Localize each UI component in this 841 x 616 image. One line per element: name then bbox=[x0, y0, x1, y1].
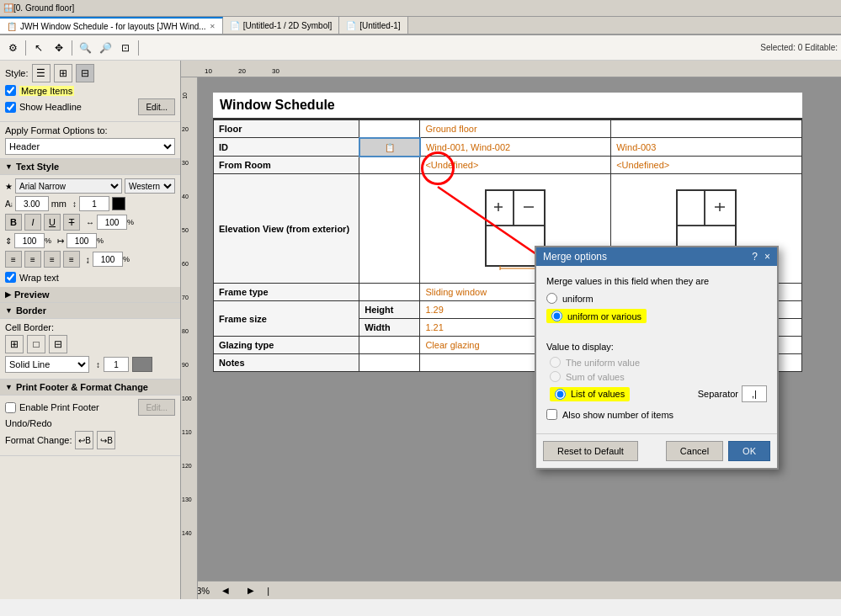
settings-btn[interactable]: ⚙ bbox=[3, 39, 22, 57]
schedule-title: Window Schedule bbox=[213, 93, 802, 119]
style-section: Style: ☰ ⊞ ⊟ Merge Items Show Headline E… bbox=[0, 61, 180, 122]
line-height-input[interactable] bbox=[79, 196, 109, 211]
indent-input[interactable] bbox=[67, 233, 97, 248]
line-weight-input[interactable] bbox=[104, 357, 129, 372]
border-header[interactable]: ▼ Border bbox=[0, 303, 180, 319]
size-row: Aᵢ mm ↕ bbox=[0, 196, 180, 211]
spacing-row2: ⇕ % ↦ % bbox=[0, 233, 180, 248]
wrap-text-label: Wrap text bbox=[19, 273, 59, 283]
font-size-input[interactable] bbox=[15, 196, 49, 211]
line-style-select[interactable]: Solid Line bbox=[5, 356, 89, 373]
tab-label-2: [Untitled-1 / 2D Symbol] bbox=[243, 21, 333, 30]
tab-jwh-schedule[interactable]: 📋 JWH Window Schedule - for layouts [JWH… bbox=[0, 17, 223, 34]
apply-format-select[interactable]: Header bbox=[5, 138, 175, 155]
wrap-text-checkbox[interactable] bbox=[5, 272, 16, 283]
floor-val2 bbox=[611, 120, 802, 138]
grid-view-btn[interactable]: ⊞ bbox=[54, 64, 72, 82]
modal-question-btn[interactable]: ? bbox=[752, 251, 758, 263]
tab-untitled-2d[interactable]: 📄 [Untitled-1 / 2D Symbol] bbox=[223, 17, 340, 34]
status-bar: 143% ◀ ▶ | bbox=[181, 581, 841, 599]
text-style-header[interactable]: ▼ Text Style bbox=[0, 159, 180, 175]
line-style-row: Solid Line ↕ bbox=[5, 356, 175, 373]
frame-size-label: Frame size bbox=[214, 301, 359, 337]
font-script-select[interactable]: Western bbox=[125, 178, 175, 194]
ruler-v-60: 60 bbox=[182, 261, 189, 267]
uniform-radio[interactable] bbox=[546, 293, 557, 304]
apply-format-section: Apply Format Options to: Header bbox=[0, 122, 180, 159]
zoom-prev-btn[interactable]: ◀ bbox=[216, 581, 235, 600]
show-headline-checkbox[interactable] bbox=[5, 102, 16, 113]
content-area: 10 20 30 10 20 30 40 50 60 70 80 90 100 … bbox=[181, 61, 841, 599]
border-inner-btn[interactable]: ⊟ bbox=[49, 335, 67, 353]
tab-untitled-1[interactable]: 📄 [Untitled-1] bbox=[339, 17, 407, 34]
ruler-v-100: 100 bbox=[182, 396, 192, 401]
tab-bar: 📋 JWH Window Schedule - for layouts [JWH… bbox=[0, 17, 841, 35]
redo-btn[interactable]: ↪B bbox=[97, 431, 115, 449]
percent-4: % bbox=[123, 255, 130, 263]
vert-spacing-input[interactable] bbox=[93, 252, 123, 267]
word-spacing-input[interactable] bbox=[14, 233, 45, 248]
strikethrough-btn[interactable]: T bbox=[63, 214, 80, 231]
modal-footer: Reset to Default Cancel OK bbox=[536, 433, 777, 468]
also-show-checkbox[interactable] bbox=[546, 409, 557, 420]
zoom-out-btn[interactable]: 🔎 bbox=[96, 39, 114, 57]
zoom-next-btn[interactable]: ▶ bbox=[242, 581, 260, 600]
edit-footer-btn[interactable]: Edit... bbox=[138, 399, 175, 416]
preview-arrow: ▶ bbox=[5, 290, 11, 299]
preview-header[interactable]: ▶ Preview bbox=[0, 287, 180, 303]
toolbar-sep-1 bbox=[25, 40, 26, 56]
align-justify-btn[interactable]: ≡ bbox=[63, 251, 80, 268]
cell-border-label-row: Cell Border: bbox=[5, 322, 175, 332]
uniform-value-radio[interactable] bbox=[550, 357, 561, 368]
align-left-btn[interactable]: ≡ bbox=[5, 251, 22, 268]
undo-btn[interactable]: ↩B bbox=[75, 431, 93, 449]
modal-body: Merge values in this field when they are… bbox=[536, 266, 777, 430]
ruler-mark-20: 20 bbox=[238, 67, 246, 75]
cancel-btn[interactable]: Cancel bbox=[666, 441, 723, 461]
merge-items-row: Merge Items bbox=[5, 85, 175, 96]
ok-btn[interactable]: OK bbox=[728, 441, 770, 461]
border-all-btn[interactable]: ⊞ bbox=[5, 335, 24, 353]
separator-input[interactable] bbox=[742, 385, 767, 402]
char-spacing-input[interactable] bbox=[97, 215, 127, 230]
zoom-in-btn[interactable]: 🔍 bbox=[76, 39, 94, 57]
align-center-btn[interactable]: ≡ bbox=[24, 251, 41, 268]
merge-items-checkbox[interactable] bbox=[5, 85, 16, 96]
align-right-btn[interactable]: ≡ bbox=[44, 251, 61, 268]
enable-print-checkbox[interactable] bbox=[5, 402, 16, 413]
wrap-text-row: Wrap text bbox=[0, 270, 180, 284]
text-color-swatch[interactable] bbox=[112, 197, 125, 210]
tab-close-0[interactable]: ✕ bbox=[210, 23, 216, 30]
uniform-various-radio[interactable] bbox=[551, 311, 562, 321]
print-footer-header[interactable]: ▼ Print Footer & Format Change bbox=[0, 380, 180, 396]
id-val2: Wind-003 bbox=[611, 138, 802, 157]
id-icon-cell[interactable]: 📋 bbox=[359, 138, 420, 157]
edit-headline-btn[interactable]: Edit... bbox=[138, 98, 175, 115]
italic-btn[interactable]: I bbox=[24, 214, 41, 231]
underline-btn[interactable]: U bbox=[44, 214, 61, 231]
glazing-label: Glazing type bbox=[214, 337, 359, 354]
border-label: Border bbox=[16, 305, 46, 316]
table-row: From Room <Undefined> <Undefined> bbox=[214, 157, 802, 174]
list-radio[interactable] bbox=[555, 389, 566, 400]
font-select[interactable]: Arial Narrow bbox=[15, 178, 122, 194]
value-display-label: Value to display: bbox=[546, 342, 767, 352]
frame-type-empty bbox=[359, 284, 420, 301]
line-weight-icon: ↕ bbox=[96, 360, 100, 369]
vertical-ruler: 10 20 30 40 50 60 70 80 90 100 110 120 1… bbox=[181, 77, 198, 599]
reset-default-btn[interactable]: Reset to Default bbox=[543, 441, 638, 461]
modal-close-btn[interactable]: × bbox=[764, 251, 770, 263]
move-btn[interactable]: ✥ bbox=[50, 39, 68, 57]
border-outer-btn[interactable]: □ bbox=[27, 335, 45, 353]
percent-3: % bbox=[97, 236, 104, 245]
width-label: Width bbox=[359, 319, 420, 337]
sum-radio[interactable] bbox=[550, 371, 561, 382]
select-btn[interactable]: ↖ bbox=[29, 39, 48, 57]
toolbar: ⚙ ↖ ✥ 🔍 🔎 ⊡ Selected: 0 Editable: bbox=[0, 35, 841, 61]
list-view-btn[interactable]: ☰ bbox=[32, 64, 51, 82]
grid-view2-btn[interactable]: ⊟ bbox=[76, 64, 94, 82]
border-color-swatch[interactable] bbox=[132, 357, 152, 372]
main-layout: Style: ☰ ⊞ ⊟ Merge Items Show Headline E… bbox=[0, 61, 841, 599]
bold-btn[interactable]: B bbox=[5, 214, 22, 231]
fit-btn[interactable]: ⊡ bbox=[116, 39, 135, 57]
